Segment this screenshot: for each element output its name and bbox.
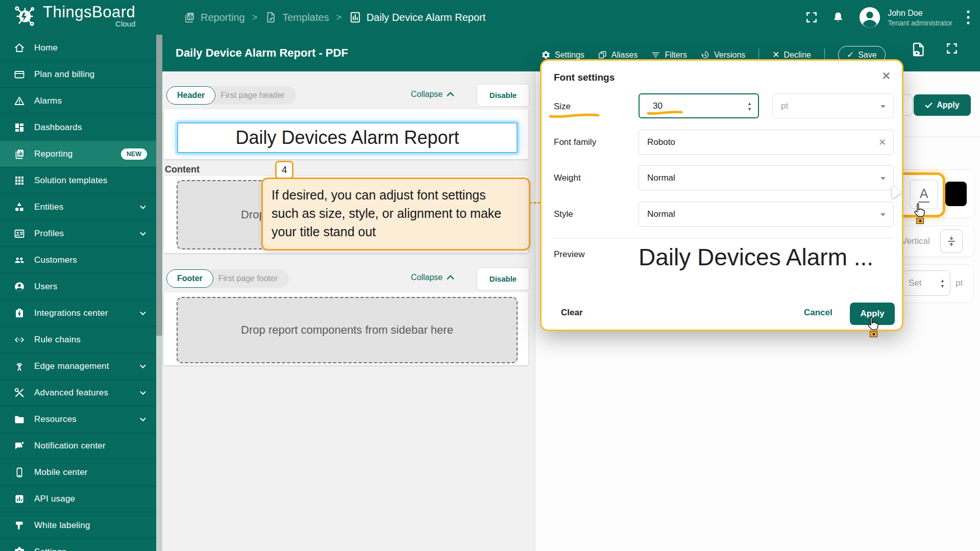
toolbar-label: Save bbox=[858, 51, 876, 60]
vertical-align-center-button[interactable] bbox=[940, 230, 963, 253]
first-page-footer-chip[interactable]: First page footer bbox=[201, 269, 289, 288]
chevron-down-icon bbox=[138, 229, 148, 239]
sidebar-item-label: Dashboards bbox=[34, 122, 82, 133]
hand-pointer-icon bbox=[912, 202, 927, 219]
filters-button[interactable]: Filters bbox=[651, 50, 687, 60]
font-family-input[interactable]: Roboto ✕ bbox=[639, 130, 894, 155]
new-badge: NEW bbox=[121, 148, 147, 160]
filters-icon bbox=[651, 50, 660, 60]
sidebar-item-resources[interactable]: Resources bbox=[0, 406, 156, 432]
size-stepper[interactable]: ▲▼ bbox=[747, 101, 752, 111]
chevron-down-icon bbox=[138, 308, 148, 318]
sidebar-item-api-usage[interactable]: API usage bbox=[0, 485, 156, 512]
sidebar-item-white-labeling[interactable]: White labeling bbox=[0, 512, 156, 538]
expand-editor-icon[interactable] bbox=[945, 42, 964, 62]
header-chip[interactable]: Header bbox=[166, 86, 215, 105]
tutorial-tooltip: If desired, you can adjust font settings… bbox=[261, 178, 530, 251]
footer-chip[interactable]: Footer bbox=[166, 269, 213, 288]
sidebar-item-plan-and-billing[interactable]: Plan and billing bbox=[0, 61, 156, 87]
brand-title: ThingsBoard bbox=[43, 4, 135, 20]
breadcrumb-item-reporting[interactable]: Reporting bbox=[183, 11, 245, 24]
aliases-button[interactable]: Aliases bbox=[598, 50, 638, 60]
sidebar-item-mobile-center[interactable]: Mobile center bbox=[0, 459, 156, 485]
settings-button[interactable]: Settings bbox=[541, 50, 584, 60]
tutorial-connector-line bbox=[529, 202, 541, 204]
sidebar-item-label: Advanced features bbox=[34, 388, 108, 398]
sidebar-item-dashboards[interactable]: Dashboards bbox=[0, 114, 156, 140]
style-select[interactable]: Normal bbox=[639, 202, 894, 227]
sidebar-item-label: API usage bbox=[34, 494, 75, 504]
first-page-header-chip[interactable]: First page header bbox=[203, 86, 296, 105]
stepper-arrows[interactable]: ▲▼ bbox=[940, 279, 945, 288]
style-label: Style bbox=[554, 209, 573, 219]
sidebar-item-label: Edge management bbox=[34, 361, 109, 371]
cancel-button[interactable]: Cancel bbox=[804, 308, 832, 318]
chevron-down-icon bbox=[138, 202, 148, 212]
weight-label: Weight bbox=[554, 173, 581, 183]
kebab-menu-icon[interactable] bbox=[966, 9, 971, 26]
sidebar-item-rule-chains[interactable]: Rule chains bbox=[0, 326, 156, 353]
size-unit-select[interactable]: pt bbox=[772, 93, 894, 118]
tutorial-cursor-apply bbox=[865, 315, 880, 333]
fullscreen-icon[interactable] bbox=[805, 11, 818, 24]
sidebar-scrollbar[interactable] bbox=[156, 35, 162, 551]
sidebar-item-profiles[interactable]: Profiles bbox=[0, 220, 156, 246]
tutorial-arrowhead bbox=[892, 186, 901, 199]
sidebar-item-label: Mobile center bbox=[34, 467, 88, 478]
breadcrumb-item-daily-device-alarm-report[interactable]: Daily Device Alarm Report bbox=[349, 11, 485, 24]
cursor-click-marker bbox=[870, 331, 877, 337]
sidebar-item-label: Solution templates bbox=[34, 176, 107, 186]
sidebar-item-advanced-features[interactable]: Advanced features bbox=[0, 379, 156, 406]
sidebar-item-customers[interactable]: Customers bbox=[0, 246, 156, 273]
sidebar-item-notification-center[interactable]: Notification center bbox=[0, 432, 156, 459]
sidebar-item-settings[interactable]: Settings bbox=[0, 538, 156, 551]
top-bar: ThingsBoard Cloud Reporting>Templates>Da… bbox=[0, 0, 980, 35]
set-size-field[interactable]: Set ▲▼ bbox=[902, 270, 950, 296]
sidebar-item-label: Notification center bbox=[34, 441, 106, 451]
user-menu[interactable]: John Doe Tenant administrator bbox=[858, 6, 952, 29]
chevron-down-icon bbox=[880, 105, 886, 108]
toolbar-label: Filters bbox=[665, 51, 687, 60]
clear-button[interactable]: Clear bbox=[561, 308, 583, 318]
home-icon bbox=[13, 42, 26, 54]
breadcrumb-item-templates[interactable]: Templates bbox=[264, 11, 329, 24]
export-preview-icon[interactable] bbox=[910, 40, 928, 60]
versions-button[interactable]: Versions bbox=[700, 50, 745, 60]
sidebar-item-alarms[interactable]: Alarms bbox=[0, 87, 156, 114]
header-collapse-link[interactable]: Collapse bbox=[411, 90, 454, 99]
font-color-swatch[interactable] bbox=[945, 182, 967, 206]
sidebar-item-reporting[interactable]: ReportingNEW bbox=[0, 140, 156, 167]
size-label-underline-annotation bbox=[549, 112, 600, 119]
weight-select[interactable]: Normal bbox=[639, 165, 894, 190]
panel-apply-button[interactable]: Apply bbox=[914, 94, 971, 116]
sidebar-item-integrations-center[interactable]: Integrations center bbox=[0, 299, 156, 326]
close-icon[interactable]: ✕ bbox=[881, 70, 891, 82]
sidebar-item-label: Reporting bbox=[34, 149, 73, 159]
sidebar-item-label: Plan and billing bbox=[34, 69, 95, 80]
tutorial-step-badge: 4 bbox=[275, 161, 293, 179]
sidebar-item-edge-management[interactable]: Edge management bbox=[0, 353, 156, 379]
font-preview-text: Daily Devices Alarm ... bbox=[639, 243, 896, 271]
decline-button[interactable]: ✕Decline bbox=[772, 49, 811, 60]
font-settings-dialog: Font settings ✕ Size 30 ▲▼ pt Font famil… bbox=[540, 59, 903, 331]
font-family-label: Font family bbox=[554, 137, 596, 147]
report-title-input[interactable]: Daily Devices Alarm Report bbox=[177, 122, 518, 153]
footer-disable-button[interactable]: Disable bbox=[477, 267, 529, 290]
sidebar-item-home[interactable]: Home bbox=[0, 35, 156, 61]
toolbar-label: Settings bbox=[555, 51, 584, 60]
sidebar-item-users[interactable]: Users bbox=[0, 273, 156, 299]
header-disable-button[interactable]: Disable bbox=[477, 84, 529, 107]
sidebar-item-entities[interactable]: Entities bbox=[0, 193, 156, 220]
sidebar-item-label: Alarms bbox=[34, 96, 62, 106]
notifications-bell-icon[interactable] bbox=[831, 10, 845, 24]
sidebar-item-solution-templates[interactable]: Solution templates bbox=[0, 167, 156, 193]
clear-icon[interactable]: ✕ bbox=[878, 137, 886, 148]
footer-dropzone[interactable]: Drop report components from sidebar here bbox=[177, 297, 518, 363]
sidebar-item-label: Customers bbox=[34, 255, 77, 265]
users-icon bbox=[13, 281, 26, 293]
aliases-icon bbox=[598, 50, 607, 60]
edge-icon bbox=[13, 360, 26, 372]
brand[interactable]: ThingsBoard Cloud bbox=[12, 3, 135, 29]
footer-collapse-link[interactable]: Collapse bbox=[411, 273, 454, 282]
advanced-icon bbox=[13, 387, 26, 399]
